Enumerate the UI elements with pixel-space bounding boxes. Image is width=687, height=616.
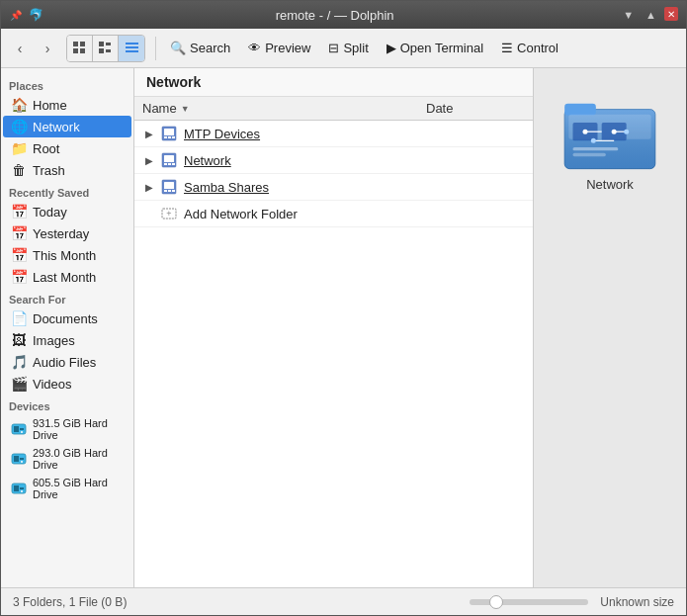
titlebar-controls: 📌 🐬 (9, 8, 43, 22)
search-section-label: Search For (1, 288, 133, 308)
control-button[interactable]: ☰ Control (493, 34, 566, 63)
list-view-button[interactable] (119, 36, 144, 61)
sidebar-item-audio[interactable]: 🎵 Audio Files (3, 351, 131, 373)
mtp-devices-label: MTP Devices (184, 127, 426, 141)
file-list-container[interactable]: Name ▼ Date ▶ (134, 97, 533, 587)
control-label: Control (517, 41, 558, 55)
hdd2-icon (11, 451, 27, 467)
svg-point-52 (591, 138, 596, 143)
file-panel: Network Name ▼ Date ▶ (134, 68, 533, 587)
sidebar-item-yesterday-label: Yesterday (33, 226, 89, 241)
lastmonth-icon: 📅 (11, 269, 27, 285)
svg-rect-31 (168, 163, 171, 165)
svg-rect-35 (164, 190, 167, 192)
table-row[interactable]: ▶ Samba Shares (134, 174, 533, 201)
sidebar-item-trash[interactable]: 🗑 Trash (3, 159, 131, 181)
sidebar-item-network-label: Network (33, 120, 80, 134)
col-name-header[interactable]: Name ▼ (142, 101, 426, 116)
thismonth-icon: 📅 (11, 247, 27, 263)
preview-label: Network (586, 177, 634, 192)
expand-network-icon[interactable]: ▶ (142, 153, 156, 167)
svg-point-51 (624, 130, 629, 134)
svg-rect-13 (20, 428, 24, 430)
sidebar-item-root-label: Root (33, 141, 59, 156)
images-icon: 🖼 (11, 332, 27, 348)
svg-rect-25 (164, 136, 167, 138)
today-icon: 📅 (11, 204, 27, 220)
statusbar: 3 Folders, 1 File (0 B) Unknown size (1, 587, 686, 615)
svg-rect-5 (106, 43, 111, 45)
sidebar-item-hdd3[interactable]: 605.5 GiB Hard Drive (3, 474, 131, 503)
mtp-devices-icon (160, 125, 178, 142)
zoom-slider[interactable] (470, 599, 588, 605)
sidebar-item-videos-label: Videos (33, 377, 72, 392)
sidebar-item-lastmonth[interactable]: 📅 Last Month (3, 266, 131, 288)
network-label: Network (184, 153, 426, 168)
documents-icon: 📄 (11, 310, 27, 326)
sidebar-item-root[interactable]: 📁 Root (3, 137, 131, 159)
svg-rect-12 (14, 426, 19, 432)
open-terminal-button[interactable]: ▶ Open Terminal (379, 34, 491, 63)
table-row[interactable]: ▶ Network (134, 147, 533, 174)
forward-button[interactable]: › (35, 36, 60, 61)
sidebar-item-lastmonth-label: Last Month (33, 270, 96, 285)
svg-text:+: + (166, 209, 171, 219)
preview-button[interactable]: 👁 Preview (240, 34, 318, 63)
sidebar-item-today-label: Today (33, 205, 67, 220)
root-icon: 📁 (11, 140, 27, 156)
sidebar-item-today[interactable]: 📅 Today (3, 201, 131, 222)
devices-section-label: Devices (1, 395, 133, 414)
sidebar-item-images[interactable]: 🖼 Images (3, 329, 131, 351)
split-icon: ⊟ (328, 41, 339, 55)
maximize-chevron-icon[interactable]: ▲ (642, 7, 660, 23)
sidebar-item-yesterday[interactable]: 📅 Yesterday (3, 222, 131, 244)
svg-rect-29 (164, 155, 174, 162)
table-row[interactable]: ▶ + Add Network Folder (134, 201, 533, 227)
col-date-header[interactable]: Date (426, 101, 525, 116)
preview-icon: 👁 (248, 41, 261, 55)
col-name-label: Name (142, 101, 177, 116)
sidebar-item-trash-label: Trash (33, 163, 65, 178)
view-buttons (66, 35, 145, 62)
sidebar-item-hdd2[interactable]: 293.0 GiB Hard Drive (3, 444, 131, 474)
minimize-chevron-icon[interactable]: ▼ (619, 7, 638, 23)
slider-thumb[interactable] (489, 595, 503, 609)
terminal-icon: ▶ (386, 41, 396, 55)
search-button[interactable]: 🔍 Search (162, 34, 238, 63)
file-list-header: Name ▼ Date (134, 97, 533, 121)
trash-icon: 🗑 (11, 162, 27, 178)
pin-icon: 📌 (9, 8, 23, 22)
statusbar-text: 3 Folders, 1 File (0 B) (13, 595, 458, 609)
sidebar-item-thismonth[interactable]: 📅 This Month (3, 244, 131, 266)
table-row[interactable]: ▶ MTP Devices (134, 121, 533, 147)
svg-rect-8 (126, 43, 138, 44)
svg-rect-27 (172, 136, 175, 138)
sidebar-item-hdd1[interactable]: 931.5 GiB Hard Drive (3, 414, 131, 444)
yesterday-icon: 📅 (11, 225, 27, 241)
svg-rect-16 (14, 456, 19, 462)
slider-track[interactable] (470, 599, 588, 605)
sidebar-item-audio-label: Audio Files (33, 355, 96, 370)
split-button[interactable]: ⊟ Split (320, 34, 376, 63)
expand-samba-icon[interactable]: ▶ (142, 180, 156, 194)
expand-mtp-icon[interactable]: ▶ (142, 127, 156, 140)
sidebar-item-home[interactable]: 🏠 Home (3, 94, 131, 116)
sidebar-item-hdd1-label: 931.5 GiB Hard Drive (33, 417, 124, 441)
window-title: remote - / — Dolphin (50, 8, 619, 23)
sidebar-item-videos[interactable]: 🎬 Videos (3, 373, 131, 395)
svg-rect-42 (564, 104, 596, 116)
titlebar-window-buttons: ▼ ▲ ✕ (619, 7, 678, 23)
svg-rect-7 (106, 49, 111, 52)
compact-view-button[interactable] (93, 36, 119, 61)
svg-rect-24 (164, 129, 174, 135)
svg-point-14 (21, 431, 23, 433)
app-icon: 🐬 (29, 8, 43, 22)
svg-rect-6 (99, 48, 104, 53)
sidebar-item-network[interactable]: 🌐 Network (3, 116, 131, 137)
close-icon[interactable]: ✕ (664, 7, 678, 21)
icon-view-button[interactable] (67, 36, 93, 61)
samba-icon (160, 178, 178, 196)
sidebar-item-documents[interactable]: 📄 Documents (3, 308, 131, 329)
svg-rect-37 (172, 190, 175, 192)
back-button[interactable]: ‹ (7, 36, 33, 61)
